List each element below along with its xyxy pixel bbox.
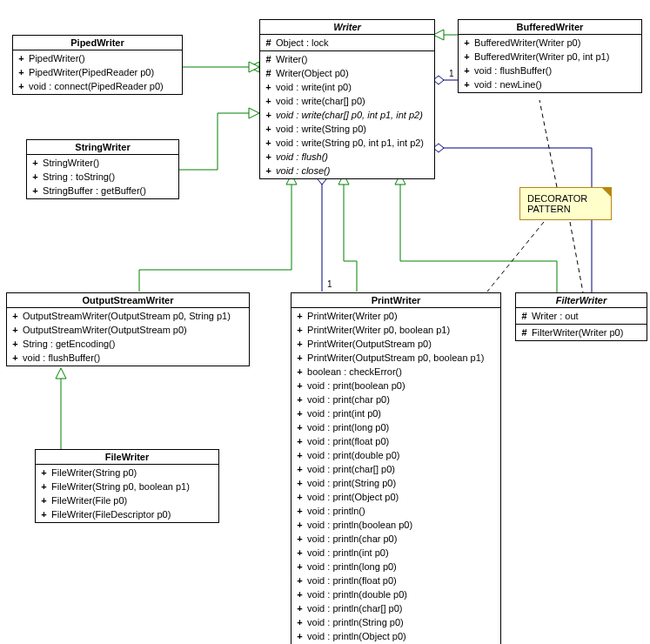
member: + FileWriter(FileDescriptor p0) — [39, 507, 215, 521]
visibility-icon: + — [17, 52, 26, 64]
member: + void : connect(PipedReader p0) — [17, 79, 178, 93]
member-text: void : write(int p0) — [273, 82, 352, 92]
member: # Writer() — [264, 52, 431, 66]
class-stringwriter: StringWriter + StringWriter()+ String : … — [26, 139, 179, 199]
ops: + FileWriter(String p0)+ FileWriter(Stri… — [36, 465, 218, 522]
member: + OutputStreamWriter(OutputStream p0) — [10, 323, 245, 337]
member: + void : println(float p0) — [295, 574, 497, 587]
visibility-icon: + — [10, 324, 20, 336]
member: + PrintWriter(OutputStream p0) — [295, 337, 497, 351]
member: + void : print(char[] p0) — [295, 462, 497, 476]
member: + void : write(char[] p0) — [264, 94, 431, 108]
ops: # FilterWriter(Writer p0) — [516, 325, 647, 340]
class-bufferedwriter: BufferedWriter + BufferedWriter(Writer p… — [458, 19, 642, 93]
member: + void : write(char[] p0, int p1, int p2… — [264, 108, 431, 122]
member-text: void : write(char[] p0) — [273, 96, 365, 106]
member: + PrintWriter(Writer p0) — [295, 309, 497, 323]
visibility-icon: + — [295, 630, 305, 642]
visibility-icon: + — [10, 338, 20, 350]
member-text: void : print(Object p0) — [305, 492, 399, 502]
visibility-icon: + — [295, 574, 305, 587]
visibility-icon: # — [264, 37, 273, 49]
member-text: void : println(long p0) — [305, 561, 397, 572]
visibility-icon: + — [295, 616, 305, 628]
member: + FileWriter(File p0) — [39, 493, 215, 507]
member-text: void : write(String p0) — [273, 124, 366, 134]
visibility-icon: + — [39, 466, 49, 479]
member: + void : print(boolean p0) — [295, 379, 497, 392]
class-title: FileWriter — [36, 450, 218, 465]
svg-marker-0 — [249, 62, 259, 72]
cardinality-printwriter: 1 — [327, 279, 332, 289]
member-text: void : println(String p0) — [305, 617, 404, 627]
class-title: FilterWriter — [516, 293, 647, 308]
visibility-icon: + — [295, 421, 305, 433]
member-text: String : toString() — [40, 171, 115, 182]
visibility-icon: + — [295, 602, 305, 614]
member: + void : println(char p0) — [295, 532, 497, 546]
visibility-icon: + — [295, 407, 305, 419]
visibility-icon: + — [295, 505, 305, 517]
class-pipedwriter: PipedWriter + PipedWriter()+ PipedWriter… — [12, 35, 183, 95]
member-text: OutputStreamWriter(OutputStream p0, Stri… — [20, 311, 231, 321]
class-filewriter: FileWriter + FileWriter(String p0)+ File… — [35, 449, 219, 523]
visibility-icon: + — [295, 449, 305, 461]
member: + String : getEncoding() — [10, 337, 245, 351]
member: + PrintWriter(Writer p0, boolean p1) — [295, 323, 497, 337]
member-text: Writer(Object p0) — [273, 68, 349, 78]
visibility-icon: + — [295, 533, 305, 545]
member: + void : write(int p0) — [264, 80, 431, 94]
visibility-icon: # — [264, 67, 273, 79]
member: + void : println(double p0) — [295, 587, 497, 601]
visibility-icon: + — [39, 494, 49, 506]
member: + void : println(boolean p0) — [295, 518, 497, 532]
visibility-icon: + — [295, 560, 305, 573]
class-title: BufferedWriter — [459, 20, 641, 35]
member-text: void : flushBuffer() — [472, 65, 552, 76]
member-text: BufferedWriter(Writer p0) — [472, 37, 580, 48]
member: + void : newLine() — [462, 77, 638, 91]
member-text: StringBuffer : getBuffer() — [40, 185, 146, 196]
member: + void : print(String p0) — [295, 476, 497, 490]
member-text: PipedWriter(PipedReader p0) — [26, 67, 154, 77]
member-text: void : write(char[] p0, int p1, int p2) — [273, 110, 423, 120]
visibility-icon: + — [295, 366, 305, 378]
member: + void : print(Object p0) — [295, 490, 497, 504]
visibility-icon: + — [17, 80, 26, 92]
svg-marker-9 — [56, 368, 66, 379]
visibility-icon: + — [295, 477, 305, 489]
visibility-icon: + — [295, 588, 305, 600]
member-text: FileWriter(String p0) — [49, 467, 137, 478]
member-text: PrintWriter(Writer p0) — [305, 311, 398, 321]
member-text: PrintWriter(OutputStream p0, boolean p1) — [305, 352, 484, 363]
attrs: # Writer : out — [516, 308, 647, 325]
visibility-icon: + — [295, 463, 305, 475]
visibility-icon: + — [30, 157, 40, 169]
member-text: void : println(char p0) — [305, 533, 397, 544]
member: + String : toString() — [30, 170, 175, 184]
member-text: OutputStreamWriter(OutputStream p0) — [20, 325, 187, 335]
member: + void : close() — [264, 164, 431, 178]
member-text: Object : lock — [273, 37, 329, 48]
visibility-icon: + — [295, 310, 305, 322]
member-text: boolean : checkError() — [305, 366, 402, 377]
visibility-icon: + — [462, 64, 472, 77]
member-text: void : flushBuffer() — [20, 352, 100, 363]
member-text: void : print(char[] p0) — [305, 464, 395, 474]
visibility-icon: + — [295, 393, 305, 406]
member: + void : flush() — [264, 150, 431, 164]
visibility-icon: + — [30, 184, 40, 197]
note-line: DECORATOR — [527, 193, 604, 204]
visibility-icon: # — [519, 326, 529, 339]
member-text: void : flush() — [273, 151, 328, 162]
member: + void : println(int p0) — [295, 546, 497, 560]
member: + void : println() — [295, 504, 497, 518]
visibility-icon: + — [264, 81, 273, 93]
visibility-icon: + — [264, 164, 273, 177]
member: + void : write(String p0) — [264, 122, 431, 136]
member-text: FileWriter(String p0, boolean p1) — [49, 481, 190, 492]
visibility-icon: + — [295, 338, 305, 350]
member-text: PrintWriter(Writer p0, boolean p1) — [305, 325, 450, 335]
member-text: void : print(int p0) — [305, 408, 381, 419]
member: + PipedWriter(PipedReader p0) — [17, 65, 178, 79]
